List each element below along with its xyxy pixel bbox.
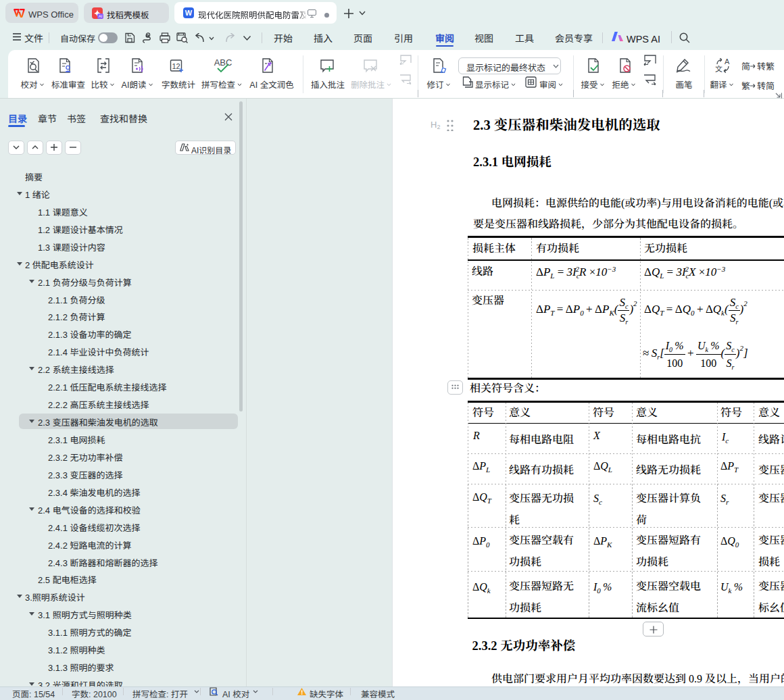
- svg-text:ABC: ABC: [214, 58, 232, 68]
- svg-text:12: 12: [172, 62, 180, 70]
- svg-text:A: A: [725, 58, 730, 66]
- svg-text:文: 文: [715, 63, 722, 73]
